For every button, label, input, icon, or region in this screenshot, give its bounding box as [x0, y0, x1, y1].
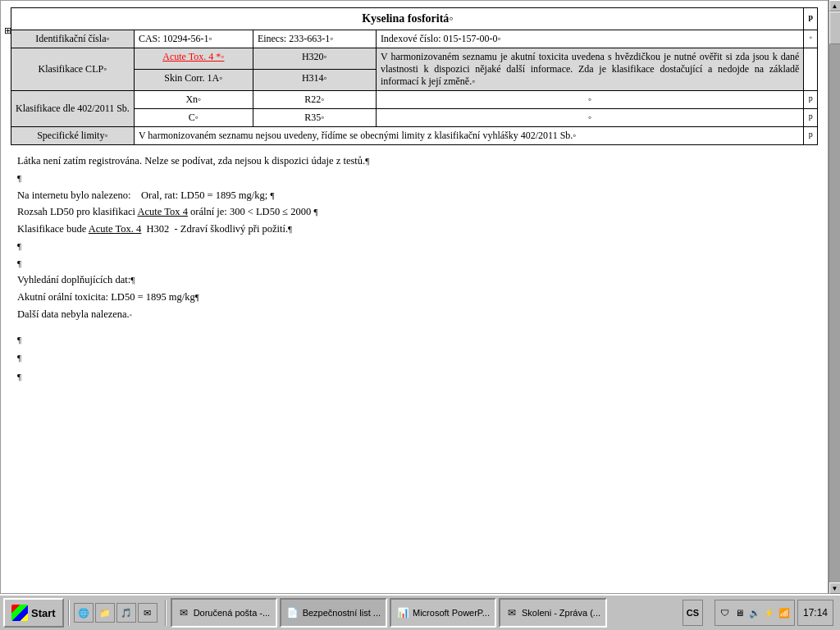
antivirus-icon: 🛡 — [719, 606, 732, 619]
identification-row: Identifikační čísla◦ CAS: 10294-56-1◦ Ei… — [11, 30, 818, 48]
text-line-8: Vyhledání doplňujících dat:¶ — [17, 272, 811, 288]
taskbar-item-bezpečnostní[interactable]: 📄 Bezpečnostní list ... — [280, 598, 387, 628]
classification-table: Kyselina fosforitá◦ p Identifikační čísl… — [11, 7, 818, 145]
scroll-indicator: p — [804, 8, 818, 30]
text-line-9: Akutní orální toxicita: LD50 = 1895 mg/k… — [17, 290, 811, 305]
skin-corr-code: Skin Corr. 1A◦ — [134, 70, 253, 91]
specific-limits-label: Specifické limity◦ — [11, 127, 135, 145]
windows-logo-icon — [11, 605, 28, 621]
text-line-7: ¶ — [17, 256, 811, 272]
trailing-para-3: ¶ — [17, 368, 811, 386]
document-area: Kyselina fosforitá◦ p Identifikační čísl… — [0, 0, 829, 594]
language-label: CS — [687, 608, 699, 618]
index-number: Indexové číslo: 015-157-00-0◦ — [376, 30, 804, 48]
taskbar-separator-1 — [68, 600, 70, 626]
scroll-indicator-4: p — [804, 91, 818, 109]
acute-tox-code: Acute Tox. 4 *◦ — [134, 48, 253, 70]
old-class-label: Klasifikace dle 402/2011 Sb. — [11, 91, 135, 127]
clp-row-1: Klasifikace CLP◦ Acute Tox. 4 *◦ H320◦ V… — [11, 48, 818, 70]
taskbar-label-skoleni: Skoleni - Zpráva (... — [522, 608, 600, 618]
text-line-10: Další data nebyla nalezena.◦ — [17, 307, 811, 322]
battery-icon: ⚡ — [763, 606, 776, 619]
network-icon: 🖥 — [733, 606, 746, 619]
einecs-number: Einecs: 233-663-1◦ — [253, 30, 376, 48]
taskbar-label-doručená: Doručená pošta -... — [194, 608, 271, 618]
taskbar-label-bezpečnostní: Bezpečnostní list ... — [303, 608, 381, 618]
old-class-row-1: Klasifikace dle 402/2011 Sb. Xn◦ R22◦ ◦ … — [11, 91, 818, 109]
scroll-thumb[interactable] — [829, 11, 841, 44]
quick-launch-area: 🌐 📁 🎵 ✉ — [74, 603, 158, 623]
specific-limits-text: V harmonizovaném seznamu nejsou uvedeny,… — [134, 127, 804, 145]
ie-icon[interactable]: 🌐 — [74, 603, 94, 623]
tray-icons-area: 🛡 🖥 🔊 ⚡ 📶 — [714, 600, 795, 626]
scroll-indicator-2: ◦ — [804, 30, 818, 48]
text-line-2: ¶ — [17, 171, 811, 186]
trailing-paragraphs: ¶ ¶ ¶ — [11, 327, 818, 390]
taskbar-item-powerpoint[interactable]: 📊 Microsoft PowerP... — [390, 598, 496, 628]
text-line-3: Na internetu bylo nalezeno: Oral, rat: L… — [17, 188, 811, 203]
scroll-down-button[interactable]: ▼ — [829, 582, 841, 594]
doc-icon: 📄 — [286, 606, 299, 619]
scroll-up-button[interactable]: ▲ — [829, 0, 841, 11]
clp-label: Klasifikace CLP◦ — [11, 48, 135, 91]
taskbar-label-powerpoint: Microsoft PowerP... — [413, 608, 490, 618]
trailing-para-1: ¶ — [17, 331, 811, 349]
old-note-1: ◦ — [376, 91, 804, 109]
scroll-indicator-6: p — [804, 127, 818, 145]
start-button[interactable]: Start — [3, 598, 64, 628]
title-row: Kyselina fosforitá◦ p — [11, 8, 818, 30]
text-content-area: Látka není zatím registrována. Nelze se … — [11, 150, 818, 327]
taskbar-separator-2 — [165, 600, 167, 626]
signal-icon: 📶 — [778, 606, 791, 619]
clock-display: 17:14 — [797, 600, 833, 626]
mail-icon: ✉ — [177, 606, 190, 619]
margin-indicator: ⊞ — [4, 25, 11, 36]
taskbar-item-skoleni[interactable]: ✉ Skoleni - Zpráva (... — [499, 598, 607, 628]
system-tray: CS 🛡 🖥 🔊 ⚡ 📶 17:14 — [682, 600, 837, 626]
specific-limits-row: Specifické limity◦ V harmonizovaném sezn… — [11, 127, 818, 145]
ppt-icon: 📊 — [396, 606, 409, 619]
text-line-1: Látka není zatím registrována. Nelze se … — [17, 153, 811, 169]
text-line-5: Klasifikace bude Acute Tox. 4 H302 - Zdr… — [17, 221, 811, 237]
time-label: 17:14 — [803, 607, 828, 619]
h314-code: H314◦ — [253, 70, 376, 91]
text-line-6: ¶ — [17, 239, 811, 254]
folder-icon[interactable]: 📁 — [95, 603, 115, 623]
scroll-track[interactable] — [829, 11, 841, 582]
volume-icon: 🔊 — [748, 606, 761, 619]
outlook-icon[interactable]: ✉ — [138, 603, 158, 623]
media-icon[interactable]: 🎵 — [116, 603, 136, 623]
cas-number: CAS: 10294-56-1◦ — [134, 30, 253, 48]
scroll-indicator-5: p — [804, 109, 818, 127]
document-title: Kyselina fosforitá◦ — [11, 8, 804, 30]
taskbar: Start 🌐 📁 🎵 ✉ ✉ Doručená pošta -... 📄 Be… — [0, 594, 840, 630]
scroll-indicator-3 — [804, 48, 818, 91]
mail2-icon: ✉ — [505, 606, 518, 619]
taskbar-item-doručená[interactable]: ✉ Doručená pošta -... — [171, 598, 277, 628]
identification-label: Identifikační čísla◦ — [11, 30, 135, 48]
vertical-scrollbar[interactable]: ▲ ▼ — [829, 0, 840, 594]
start-label: Start — [31, 607, 56, 619]
h320-code: H320◦ — [253, 48, 376, 70]
trailing-para-2: ¶ — [17, 349, 811, 368]
text-line-4: Rozsah LD50 pro klasifikaci Acute Tox 4 … — [17, 204, 811, 220]
language-button[interactable]: CS — [682, 600, 703, 626]
r35-code: R35◦ — [253, 109, 376, 127]
xn-code: Xn◦ — [134, 91, 253, 109]
old-note-2: ◦ — [376, 109, 804, 127]
clp-note: V harmonizovaném seznamu je akutní toxic… — [376, 48, 804, 91]
r22-code: R22◦ — [253, 91, 376, 109]
c-code: C◦ — [134, 109, 253, 127]
